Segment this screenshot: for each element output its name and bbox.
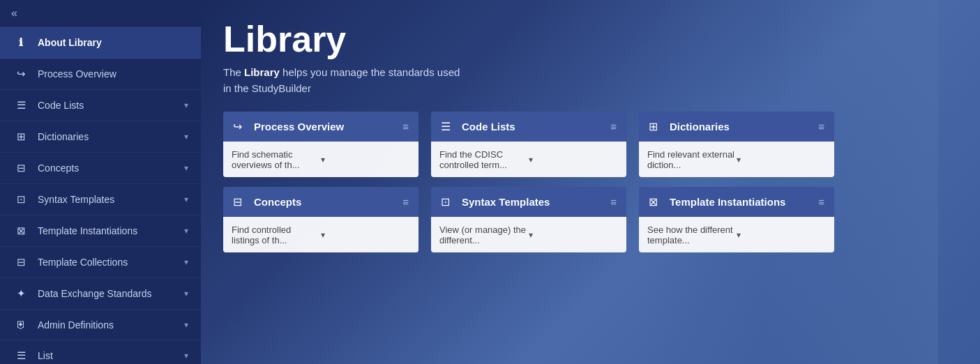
card-body-process-overview: Find schematic overviews of th... ▾ [223,142,419,177]
sidebar-collapse-button[interactable]: « [0,0,201,27]
sidebar: « ℹ About Library ↪ Process Overview ☰ C… [0,0,201,364]
card-menu-icon-template-instantiations[interactable]: ≡ [818,196,824,208]
chevron-icon-code-lists: ▾ [184,100,188,110]
sidebar-icon-process-overview: ↪ [13,68,29,80]
sidebar-label-concepts: Concepts [38,162,79,174]
card-icon-dictionaries: ⊞ [649,120,663,133]
cards-grid: ↪ Process Overview ≡ Find schematic over… [223,112,958,252]
card-dropdown-arrow-process-overview: ▾ [321,155,410,165]
page-title: Library [223,20,958,59]
card-title-template-instantiations: Template Instantiations [670,196,811,208]
card-dropdown-arrow-concepts: ▾ [321,230,410,240]
sidebar-icon-data-exchange-standards: ✦ [13,287,29,300]
card-body-template-instantiations: See how the different template... ▾ [639,217,834,252]
subtitle-bold: Library [244,66,280,78]
chevron-icon-dictionaries: ▾ [184,132,188,142]
sidebar-label-list: List [38,350,53,361]
card-dropdown-code-lists[interactable]: Find the CDISC controlled term... ▾ [431,142,626,177]
card-icon-process-overview: ↪ [233,120,247,133]
card-header-template-instantiations[interactable]: ⊠ Template Instantiations ≡ [639,187,834,217]
sidebar-item-code-lists[interactable]: ☰ Code Lists ▾ [0,90,201,121]
card-title-process-overview: Process Overview [254,121,395,132]
card-header-code-lists[interactable]: ☰ Code Lists ≡ [431,112,626,142]
card-menu-icon-dictionaries[interactable]: ≡ [818,121,824,132]
sidebar-item-concepts[interactable]: ⊟ Concepts ▾ [0,153,201,184]
main-content: Library The Library helps you manage the… [201,0,980,364]
card-icon-template-instantiations: ⊠ [649,195,663,208]
card-title-concepts: Concepts [254,196,395,208]
sidebar-label-template-collections: Template Collections [38,257,128,268]
sidebar-item-syntax-templates[interactable]: ⊡ Syntax Templates ▾ [0,184,201,215]
card-menu-icon-code-lists[interactable]: ≡ [610,121,617,132]
card-dropdown-process-overview[interactable]: Find schematic overviews of th... ▾ [223,142,419,177]
subtitle-prefix: The [223,66,244,78]
card-template-instantiations: ⊠ Template Instantiations ≡ See how the … [639,187,834,252]
card-title-code-lists: Code Lists [462,121,603,132]
card-dropdown-arrow-syntax-templates: ▾ [529,230,618,240]
card-menu-icon-concepts[interactable]: ≡ [402,196,409,208]
sidebar-label-code-lists: Code Lists [38,100,84,111]
sidebar-nav: ℹ About Library ↪ Process Overview ☰ Cod… [0,27,201,364]
chevron-icon-concepts: ▾ [184,163,188,173]
sidebar-label-syntax-templates: Syntax Templates [38,194,114,205]
card-dropdown-text-code-lists: Find the CDISC controlled term... [439,149,529,170]
card-body-concepts: Find controlled listings of th... ▾ [223,217,419,252]
sidebar-item-admin-definitions[interactable]: ⛨ Admin Definitions ▾ [0,310,201,340]
card-title-syntax-templates: Syntax Templates [462,196,603,208]
card-icon-code-lists: ☰ [441,120,455,133]
sidebar-item-data-exchange-standards[interactable]: ✦ Data Exchange Standards ▾ [0,278,201,310]
card-dropdown-syntax-templates[interactable]: View (or manage) the different... ▾ [431,217,626,252]
card-menu-icon-process-overview[interactable]: ≡ [402,121,409,132]
card-dropdown-text-process-overview: Find schematic overviews of th... [232,149,321,170]
card-dropdown-dictionaries[interactable]: Find relevant external diction... ▾ [639,142,834,177]
collapse-icon: « [11,7,17,20]
card-header-process-overview[interactable]: ↪ Process Overview ≡ [223,112,419,142]
sidebar-item-dictionaries[interactable]: ⊞ Dictionaries ▾ [0,121,201,153]
card-dropdown-concepts[interactable]: Find controlled listings of th... ▾ [223,217,419,252]
card-header-dictionaries[interactable]: ⊞ Dictionaries ≡ [639,112,834,142]
sidebar-label-dictionaries: Dictionaries [38,131,89,142]
chevron-icon-list: ▾ [184,351,188,361]
sidebar-icon-dictionaries: ⊞ [13,130,29,143]
card-dictionaries: ⊞ Dictionaries ≡ Find relevant external … [639,112,834,177]
sidebar-label-about-library: About Library [38,37,102,48]
chevron-icon-data-exchange-standards: ▾ [184,289,188,298]
sidebar-item-process-overview[interactable]: ↪ Process Overview [0,59,201,90]
chevron-icon-template-instantiations: ▾ [184,226,188,236]
card-concepts: ⊟ Concepts ≡ Find controlled listings of… [223,187,419,252]
card-body-code-lists: Find the CDISC controlled term... ▾ [431,142,626,177]
sidebar-icon-code-lists: ☰ [13,99,29,112]
card-header-syntax-templates[interactable]: ⊡ Syntax Templates ≡ [431,187,626,217]
card-code-lists: ☰ Code Lists ≡ Find the CDISC controlled… [431,112,626,177]
sidebar-label-admin-definitions: Admin Definitions [38,319,114,331]
card-icon-concepts: ⊟ [233,195,247,208]
sidebar-icon-concepts: ⊟ [13,162,29,174]
card-syntax-templates: ⊡ Syntax Templates ≡ View (or manage) th… [431,187,626,252]
card-dropdown-text-syntax-templates: View (or manage) the different... [439,225,529,245]
card-dropdown-text-dictionaries: Find relevant external diction... [647,149,737,170]
card-title-dictionaries: Dictionaries [670,121,811,132]
sidebar-item-template-collections[interactable]: ⊟ Template Collections ▾ [0,247,201,278]
card-dropdown-arrow-dictionaries: ▾ [737,155,826,165]
sidebar-item-about-library[interactable]: ℹ About Library [0,27,201,59]
chevron-icon-template-collections: ▾ [184,257,188,267]
chevron-icon-admin-definitions: ▾ [184,320,188,330]
card-dropdown-template-instantiations[interactable]: See how the different template... ▾ [639,217,834,252]
chevron-icon-syntax-templates: ▾ [184,195,188,204]
card-icon-syntax-templates: ⊡ [441,195,455,208]
sidebar-icon-admin-definitions: ⛨ [13,319,29,331]
sidebar-item-template-instantiations[interactable]: ⊠ Template Instantiations ▾ [0,215,201,247]
page-subtitle: The Library helps you manage the standar… [223,65,460,96]
card-dropdown-text-concepts: Find controlled listings of th... [232,225,321,245]
card-dropdown-text-template-instantiations: See how the different template... [647,225,737,245]
main-content-area: Library The Library helps you manage the… [201,0,980,364]
sidebar-icon-syntax-templates: ⊡ [13,193,29,206]
card-header-concepts[interactable]: ⊟ Concepts ≡ [223,187,419,217]
sidebar-icon-list: ☰ [13,349,29,362]
card-body-dictionaries: Find relevant external diction... ▾ [639,142,834,177]
card-body-syntax-templates: View (or manage) the different... ▾ [431,217,626,252]
card-dropdown-arrow-code-lists: ▾ [529,155,618,165]
sidebar-label-template-instantiations: Template Instantiations [38,225,137,236]
sidebar-item-list[interactable]: ☰ List ▾ [0,340,201,364]
card-menu-icon-syntax-templates[interactable]: ≡ [610,196,617,208]
